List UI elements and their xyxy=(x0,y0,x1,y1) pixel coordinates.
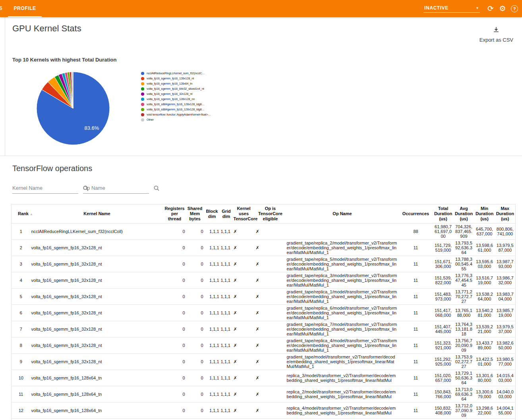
cell-max: 13,980,577,000 xyxy=(495,354,516,370)
table-row[interactable]: 6volta_fp16_sgemm_fp16_32x128_nt001,1,11… xyxy=(12,305,516,321)
legend-label: volta_fp16_sgemm_fp16_128x128_nt xyxy=(147,77,194,81)
legend-item[interactable]: volta_fp16_s884gemm_fp16_128x128_ldg8… xyxy=(141,108,226,112)
cell-total: 61,980,761,697,000 xyxy=(433,223,454,240)
cell-regs: 0 xyxy=(164,386,186,403)
cell-max: 13,986,732,000 xyxy=(495,272,516,289)
legend-item[interactable]: volta_fp16_sgemm_fp16_32x128_nt xyxy=(141,92,226,96)
cell-grid: 1,1,1 xyxy=(220,419,233,420)
cell-tc_eligible: ✗ xyxy=(255,272,286,289)
run-selector[interactable]: INACTIVE ▼ xyxy=(423,4,480,13)
legend-item[interactable]: volta_fp16_sgemm_fp16_128x64_tn xyxy=(141,82,226,86)
column-header-regs[interactable]: Registers per thread xyxy=(164,204,186,223)
cell-max: 13,985,719,000 xyxy=(495,305,516,321)
column-header-kernel[interactable]: Kernel Name xyxy=(31,204,164,223)
cell-block: 1,1,1 xyxy=(204,256,220,272)
column-header-occ[interactable]: Occurrences xyxy=(399,204,433,223)
cell-uses_tc: ✗ xyxy=(233,289,255,305)
legend-item[interactable]: volta_fp16_sgemm_fp16_64x32_sliced1x4_nt xyxy=(141,87,226,91)
table-row[interactable]: 8volta_fp16_sgemm_fp16_32x128_nt001,1,11… xyxy=(12,337,516,354)
column-header-max[interactable]: Max Duration (us) xyxy=(495,204,516,223)
cell-grid: 1,1,1 xyxy=(220,223,233,240)
table-row[interactable]: 1ncclAllReduceRingLLKernel_sum_f32(ncclC… xyxy=(12,223,516,240)
table-row[interactable]: 12volta_fp16_sgemm_fp16_128x64_tn001,1,1… xyxy=(12,403,516,419)
cell-tc_eligible: ✗ xyxy=(255,305,286,321)
column-header-uses_tc[interactable]: Kernel uses TensorCore xyxy=(233,204,255,223)
search-icon xyxy=(153,185,160,192)
cell-occ: 11 xyxy=(399,403,433,419)
legend-item[interactable]: ncclAllReduceRingLLKernel_sum_f32(ncclC… xyxy=(141,72,226,75)
cell-avg: 13,771,270,272.727 xyxy=(454,289,474,305)
table-row[interactable]: 4volta_fp16_sgemm_fp16_32x128_nt001,1,11… xyxy=(12,272,516,289)
table-row[interactable]: 3volta_fp16_sgemm_fp16_32x128_nt001,1,11… xyxy=(12,256,516,272)
cell-uses_tc: ✗ xyxy=(233,321,255,337)
cell-tc_eligible: ✗ xyxy=(255,354,286,370)
legend-item[interactable]: volta_fp16_sgemm_fp16_128x128_nn xyxy=(141,98,226,101)
column-header-min[interactable]: Min Duration (us) xyxy=(474,204,495,223)
kernel-name-input[interactable] xyxy=(12,183,82,193)
column-header-grid[interactable]: Grid dim xyxy=(220,204,233,223)
cell-occ: 11 xyxy=(399,289,433,305)
cell-total: 151,020,657,000 xyxy=(433,370,454,386)
cell-occ: 88 xyxy=(399,223,433,240)
cell-op: replica_6/model/transformer_v2/Transform… xyxy=(286,419,399,420)
cell-op: replica_2/model/transformer_v2/Transform… xyxy=(286,386,399,403)
table-row[interactable]: 2volta_fp16_sgemm_fp16_32x128_nt001,1,11… xyxy=(12,240,516,256)
cell-rank: 7 xyxy=(12,321,31,337)
cell-max: 13,983,704,000 xyxy=(495,289,516,305)
cell-op: gradient_tape/replica_3/model/transforme… xyxy=(286,272,399,289)
cell-block: 1,1,1 xyxy=(204,419,220,420)
cell-shared: 0 xyxy=(186,419,204,420)
cell-regs: 0 xyxy=(164,354,186,370)
column-header-tc_eligible[interactable]: Op is TensorCore eligible xyxy=(255,204,286,223)
column-header-avg[interactable]: Avg Duration (us) xyxy=(454,204,474,223)
cell-min: 13,539,221,000 xyxy=(474,321,495,337)
tab-profile[interactable]: PROFILE xyxy=(8,0,41,17)
toolbar-tabs: PHS PROFILE xyxy=(0,0,42,17)
table-row[interactable]: 5volta_fp16_sgemm_fp16_32x128_nt001,1,11… xyxy=(12,289,516,305)
op-name-input[interactable] xyxy=(83,183,153,193)
column-header-block[interactable]: Block dim xyxy=(204,204,220,223)
export-csv-button[interactable]: Export as CSV xyxy=(479,26,513,43)
cell-regs: 0 xyxy=(164,240,186,256)
legend-item[interactable]: volta_fp16_sgemm_fp16_128x128_nt xyxy=(141,77,226,81)
cell-tc_eligible: ✗ xyxy=(255,386,286,403)
help-button[interactable]: ? xyxy=(508,3,520,15)
cell-avg: 13,788,300,545.455 xyxy=(454,256,474,272)
table-row[interactable]: 9volta_fp16_sgemm_fp16_32x128_nt001,1,11… xyxy=(12,354,516,370)
filter-row xyxy=(12,183,522,194)
left-divider xyxy=(5,17,5,156)
legend-item[interactable]: volta_fp16_s884gemm_fp16_128x128_ldg8… xyxy=(141,103,226,106)
cell-regs: 0 xyxy=(164,419,186,420)
cell-rank: 3 xyxy=(12,256,31,272)
cell-uses_tc: ✗ xyxy=(233,240,255,256)
chevron-down-icon: ▼ xyxy=(476,6,479,10)
cell-rank: 6 xyxy=(12,305,31,321)
legend-swatch-icon xyxy=(141,92,144,96)
table-row[interactable]: 11volta_fp16_sgemm_fp16_128x64_tn001,1,1… xyxy=(12,386,516,403)
table-row[interactable]: 10volta_fp16_sgemm_fp16_128x64_tn001,1,1… xyxy=(12,370,516,386)
legend-item[interactable]: void tensorflow::functor::ApplyAdamKerne… xyxy=(141,113,226,117)
cell-grid: 1,1,1 xyxy=(220,403,233,419)
cell-total: 151,539,822,000 xyxy=(433,272,454,289)
cell-block: 1,1,1 xyxy=(204,370,220,386)
column-header-shared[interactable]: Shared Mem bytes xyxy=(186,204,204,223)
settings-button[interactable]: ⚙ xyxy=(497,3,508,15)
column-header-total[interactable]: Total Duration (us) xyxy=(433,204,454,223)
reload-button[interactable]: ⟳ xyxy=(485,3,497,15)
cell-block: 1,1,1 xyxy=(204,386,220,403)
column-header-op[interactable]: Op Name xyxy=(286,204,399,223)
cell-op: gradient_tape/replica_6/model/transforme… xyxy=(286,305,399,321)
table-row[interactable]: 13volta_fp16_sgemm_fp16_128x64_tn001,1,1… xyxy=(12,419,516,420)
op-name-search xyxy=(83,183,149,194)
cell-min: 13,598,661,000 xyxy=(474,240,495,256)
legend-swatch-icon xyxy=(141,103,144,106)
sort-asc-icon: ▲ xyxy=(30,212,33,216)
table-row[interactable]: 7volta_fp16_sgemm_fp16_32x128_nt001,1,11… xyxy=(12,321,516,337)
cell-kernel: volta_fp16_sgemm_fp16_128x64_tn xyxy=(31,403,164,419)
column-header-rank[interactable]: Rank▲ xyxy=(12,204,31,223)
tab-graphs[interactable]: PHS xyxy=(0,0,8,17)
cell-op: gradient_tape/replica_2/model/transforme… xyxy=(286,240,399,256)
cell-rank: 10 xyxy=(12,370,31,386)
legend-label: volta_fp16_sgemm_fp16_128x64_tn xyxy=(147,82,192,86)
legend-item[interactable]: Other xyxy=(141,118,226,122)
